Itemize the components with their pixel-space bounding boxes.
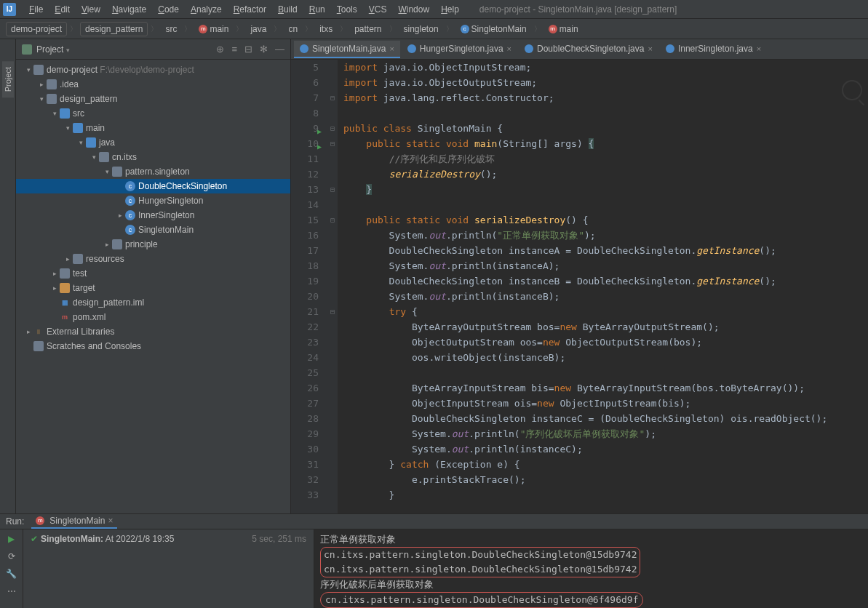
crumb-singleton[interactable]: singleton	[399, 23, 443, 36]
check-icon: ✔	[31, 534, 38, 544]
tree-arrow-icon[interactable]: ▾	[63, 124, 73, 132]
fold-gutter[interactable]: ⊟⊟⊟⊟⊟⊟	[327, 60, 338, 513]
crumb-src[interactable]: src	[161, 23, 181, 36]
expand-all-icon[interactable]: ≡	[231, 44, 237, 55]
rail-project-tab[interactable]: Project	[2, 61, 14, 97]
editor-tab-SingletonMain[interactable]: SingletonMain.java×	[294, 41, 400, 58]
crumb-demo-project[interactable]: demo-project	[6, 22, 67, 36]
close-icon[interactable]: ×	[648, 44, 652, 53]
select-opened-icon[interactable]: ⊕	[216, 44, 224, 55]
run-console[interactable]: 正常单例获取对象cn.itxs.pattern.singleton.Double…	[314, 529, 868, 608]
tree-arrow-icon[interactable]: ▸	[63, 255, 73, 263]
tree-item-pattern-singleton[interactable]: ▾pattern.singleton	[16, 164, 290, 179]
folder-src-icon	[86, 137, 96, 148]
editor-tab-InnerSingleton[interactable]: InnerSingleton.java×	[660, 41, 767, 58]
tree-item-java[interactable]: ▾java	[16, 135, 290, 150]
tree-item-singletonmain[interactable]: cSingletonMain	[16, 223, 290, 237]
tree-item-external-libraries[interactable]: ▸⫴External Libraries	[16, 324, 290, 339]
close-icon[interactable]: ×	[507, 44, 511, 53]
run-tool-window: Run: m SingletonMain × ▶ ⟳ 🔧 ⋯ ✔Singleto…	[0, 513, 868, 608]
collapse-all-icon[interactable]: ⊟	[244, 44, 252, 55]
tree-item-pom-xml[interactable]: mpom.xml	[16, 310, 290, 324]
crumb-itxs[interactable]: itxs	[315, 23, 337, 36]
tree-arrow-icon[interactable]: ▾	[36, 95, 47, 103]
tree-item-resources[interactable]: ▸resources	[16, 252, 290, 266]
crumb-cn[interactable]: cn	[284, 23, 302, 36]
tree-arrow-icon[interactable]: ▸	[49, 270, 60, 277]
run-gutter-icon[interactable]: ▶	[317, 124, 322, 139]
folder-icon	[47, 79, 57, 89]
close-icon[interactable]: ×	[757, 44, 761, 53]
tree-item-test[interactable]: ▸test	[16, 266, 290, 281]
tree-arrow-icon[interactable]: ▾	[76, 139, 86, 146]
tree-arrow-icon[interactable]: ▸	[23, 328, 33, 335]
menu-edit[interactable]: Edit	[49, 1, 76, 17]
run-gutter-icon[interactable]: ▶	[317, 139, 322, 154]
tree-arrow-icon[interactable]: ▾	[89, 153, 99, 161]
editor-body[interactable]: 5678▶9▶101112131415161718192021222324252…	[291, 60, 868, 513]
menu-view[interactable]: View	[76, 1, 106, 17]
search-icon	[842, 80, 862, 100]
tree-item-scratches-and-consoles[interactable]: Scratches and Consoles	[16, 339, 290, 353]
class-icon: c	[125, 225, 135, 235]
tree-arrow-icon[interactable]: ▾	[23, 66, 33, 73]
tree-item-demo-project[interactable]: ▾demo-project F:\develop\demo-project	[16, 63, 290, 77]
crumb-design_pattern[interactable]: design_pattern	[80, 22, 148, 36]
editor-tab-HungerSingleton[interactable]: HungerSingleton.java×	[402, 41, 517, 58]
crumb-SingletonMain[interactable]: cSingletonMain	[456, 23, 531, 36]
close-icon[interactable]: ×	[389, 44, 394, 53]
rerun-icon[interactable]: ▶	[8, 534, 15, 544]
tree-item-cn-itxs[interactable]: ▾cn.itxs	[16, 150, 290, 164]
menu-run[interactable]: Run	[303, 1, 331, 17]
more-icon[interactable]: ⋯	[7, 586, 16, 596]
tree-item-main[interactable]: ▾main	[16, 121, 290, 135]
tree-item-design_pattern[interactable]: ▾design_pattern	[16, 92, 290, 106]
menu-tools[interactable]: Tools	[331, 1, 363, 17]
menu-vcs[interactable]: VCS	[363, 1, 393, 17]
editor-area: SingletonMain.java×HungerSingleton.java×…	[291, 39, 868, 513]
project-tree[interactable]: ▾demo-project F:\develop\demo-project▸.i…	[16, 60, 290, 513]
hide-icon[interactable]: —	[275, 44, 284, 55]
class-icon: c	[125, 181, 135, 191]
menu-file[interactable]: File	[23, 1, 49, 17]
menu-build[interactable]: Build	[272, 1, 303, 17]
tree-arrow-icon[interactable]: ▸	[102, 241, 112, 248]
tree-arrow-icon[interactable]: ▾	[102, 168, 112, 175]
tree-arrow-icon[interactable]: ▸	[49, 284, 60, 292]
tree-item-doublechecksingleton[interactable]: cDoubleCheckSingleton	[16, 179, 290, 193]
tree-item-principle[interactable]: ▸principle	[16, 237, 290, 252]
menu-code[interactable]: Code	[152, 1, 185, 17]
menu-help[interactable]: Help	[435, 1, 465, 17]
stop-icon[interactable]: ⟳	[8, 551, 15, 561]
tree-item-src[interactable]: ▾src	[16, 106, 290, 121]
tree-item-hungersingleton[interactable]: cHungerSingleton	[16, 193, 290, 208]
crumb-java[interactable]: java	[246, 23, 271, 36]
line-gutter[interactable]: 5678▶9▶101112131415161718192021222324252…	[291, 60, 327, 513]
tree-arrow-icon[interactable]: ▾	[49, 110, 60, 117]
code-area[interactable]: import java.io.ObjectInputStream;import …	[338, 60, 868, 513]
menu-window[interactable]: Window	[392, 1, 435, 17]
menu-navigate[interactable]: Navigate	[106, 1, 152, 17]
tree-arrow-icon[interactable]: ▸	[115, 212, 125, 219]
tree-item-innersingleton[interactable]: ▸cInnerSingleton	[16, 208, 290, 223]
settings-icon[interactable]: ✻	[260, 44, 268, 55]
tree-item-design_pattern-iml[interactable]: ▦design_pattern.iml	[16, 295, 290, 310]
menu-analyze[interactable]: Analyze	[185, 1, 228, 17]
folder-src-icon	[73, 123, 83, 133]
run-config-tab[interactable]: m SingletonMain ×	[31, 514, 117, 529]
crumb-pattern[interactable]: pattern	[350, 23, 386, 36]
wrench-icon[interactable]: 🔧	[6, 569, 17, 579]
tree-item--idea[interactable]: ▸.idea	[16, 77, 290, 92]
console-highlight-oval: cn.itxs.pattern.singleton.DoubleCheckSin…	[320, 592, 643, 608]
menu-refactor[interactable]: Refactor	[228, 1, 272, 17]
tree-arrow-icon[interactable]: ▸	[36, 81, 47, 88]
folder-src-icon	[60, 108, 70, 119]
close-icon[interactable]: ×	[108, 516, 113, 526]
editor-tab-DoubleCheckSingleton[interactable]: DoubleCheckSingleton.java×	[519, 41, 658, 58]
module-icon: ▦	[60, 297, 70, 308]
run-label: Run:	[6, 516, 24, 527]
tree-item-target[interactable]: ▸target	[16, 281, 290, 295]
crumb-main[interactable]: mmain	[544, 23, 583, 36]
crumb-main[interactable]: mmain	[194, 23, 233, 36]
project-view-selector[interactable]: Project ▾	[36, 44, 216, 55]
